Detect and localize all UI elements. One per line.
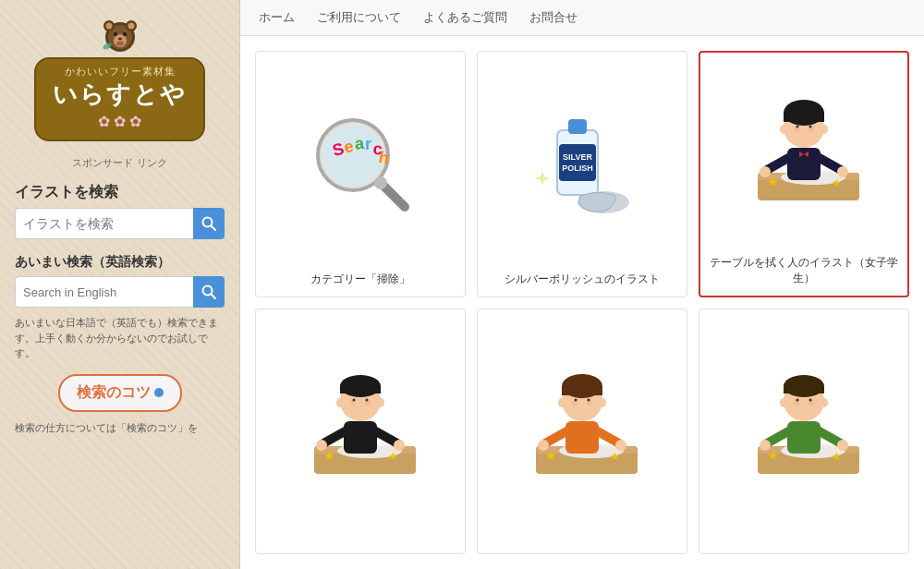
svg-rect-63 — [340, 386, 381, 393]
sponsor-text: スポンサード リンク — [72, 156, 166, 170]
svg-point-47 — [796, 126, 799, 128]
svg-text:★: ★ — [323, 448, 335, 463]
svg-rect-35 — [787, 148, 821, 180]
green-person-illustration: ★ ★ — [739, 368, 869, 488]
svg-line-13 — [212, 226, 216, 231]
svg-text:★: ★ — [767, 448, 779, 463]
nav-contact[interactable]: お問合せ — [529, 9, 578, 26]
svg-point-90 — [599, 398, 606, 407]
svg-point-10 — [118, 38, 122, 40]
main-content: ホーム ご利用について よくあるご質問 お問合せ S e a r c — [240, 0, 924, 569]
search-tips-text: 検索の仕方については「検索のコツ」を — [15, 421, 198, 435]
svg-point-86 — [588, 398, 590, 401]
svg-rect-44 — [784, 113, 824, 122]
svg-point-9 — [128, 23, 134, 30]
bear-icon — [98, 11, 142, 55]
card-image-boy: ★ ★ — [265, 319, 456, 538]
card-search-category[interactable]: S e a r c h カテゴリー「掃除」 — [255, 51, 466, 297]
logo-text-box: かわいいフリー素材集 いらすとや ✿ ✿ ✿ — [34, 57, 205, 141]
svg-line-15 — [212, 295, 216, 299]
svg-point-52 — [821, 125, 828, 134]
tips-label: 検索のコツ — [77, 383, 151, 403]
card-image-girl: ★ ★ — [710, 62, 898, 248]
svg-rect-27 — [568, 119, 587, 134]
svg-line-38 — [767, 157, 790, 170]
svg-text:★: ★ — [832, 450, 842, 463]
top-nav: ホーム ご利用について よくあるご質問 お問合せ — [240, 0, 924, 36]
card-image-green: ★ ★ — [709, 319, 899, 538]
svg-point-4 — [114, 32, 117, 36]
tips-button[interactable]: 検索のコツ — [58, 374, 182, 412]
svg-rect-82 — [562, 386, 602, 395]
svg-line-76 — [545, 430, 568, 443]
svg-point-48 — [809, 126, 812, 128]
svg-rect-56 — [344, 421, 377, 454]
illustration-grid: S e a r c h カテゴリー「掃除」 — [240, 36, 924, 569]
card-boy[interactable]: ★ ★ — [255, 309, 466, 555]
card-image-bottle: SILVER POLISH — [487, 61, 677, 264]
svg-text:SILVER: SILVER — [563, 152, 592, 162]
card-silver-polish[interactable]: SILVER POLISH シルバーポリッシュのイラスト — [477, 51, 687, 297]
svg-rect-75 — [565, 421, 599, 454]
svg-point-67 — [366, 398, 369, 401]
svg-point-5 — [123, 32, 127, 36]
search-icon-en — [201, 284, 216, 299]
logo-kawaii: かわいいフリー素材集 — [53, 65, 187, 79]
card-person-green[interactable]: ★ ★ — [699, 309, 909, 555]
svg-point-108 — [780, 398, 787, 407]
nav-home[interactable]: ホーム — [259, 9, 295, 26]
svg-line-58 — [374, 430, 397, 443]
card-label-1: シルバーポリッシュのイラスト — [505, 272, 660, 287]
card-label-2: テーブルを拭く人のイラスト（女子学生） — [710, 255, 898, 286]
fuzzy-desc: あいまいな日本語で（英語でも）検索できます。上手く動くか分からないのでお試しです… — [15, 315, 225, 361]
nav-about[interactable]: ご利用について — [317, 9, 401, 26]
svg-text:r: r — [365, 135, 371, 153]
woman-illustration: ★ ★ — [517, 368, 647, 488]
svg-line-96 — [818, 430, 841, 443]
girl-illustration: ★ ★ — [739, 94, 869, 214]
svg-line-95 — [767, 430, 790, 443]
logo-main: いらすとや — [53, 79, 187, 111]
svg-rect-94 — [787, 421, 821, 454]
svg-point-89 — [558, 398, 565, 407]
english-search-bar — [15, 276, 225, 308]
logo-flowers: ✿ ✿ ✿ — [53, 113, 187, 130]
main-search-button[interactable] — [193, 208, 225, 239]
svg-text:★: ★ — [832, 176, 842, 189]
card-image-magnifier: S e a r c h — [265, 61, 456, 264]
tips-dot — [154, 388, 164, 397]
main-search-bar — [15, 208, 225, 239]
svg-point-66 — [353, 398, 356, 401]
svg-point-85 — [575, 398, 578, 401]
english-search-button[interactable] — [193, 276, 225, 308]
svg-point-70 — [336, 398, 344, 407]
magnifier-illustration: S e a r c h — [305, 107, 416, 218]
svg-text:★: ★ — [610, 450, 620, 463]
svg-point-7 — [105, 23, 112, 30]
english-search-input[interactable] — [15, 276, 193, 308]
svg-point-51 — [780, 125, 787, 134]
card-image-woman: ★ ★ — [487, 319, 677, 538]
boy-illustration: ★ ★ — [296, 368, 425, 488]
svg-point-109 — [821, 398, 828, 407]
main-search-input[interactable] — [15, 208, 193, 239]
svg-text:★: ★ — [388, 450, 398, 463]
sidebar: かわいいフリー素材集 いらすとや ✿ ✿ ✿ スポンサード リンク イラストを検… — [0, 0, 240, 569]
svg-point-3 — [116, 42, 124, 46]
card-woman-orange[interactable]: ★ ★ — [477, 309, 687, 555]
svg-point-104 — [796, 398, 799, 401]
svg-point-25 — [374, 176, 387, 189]
svg-point-105 — [809, 398, 812, 401]
svg-text:★: ★ — [545, 448, 557, 463]
fuzzy-search-title: あいまい検索（英語検索） — [15, 254, 170, 271]
svg-line-77 — [596, 430, 619, 443]
search-icon — [201, 216, 216, 231]
nav-faq[interactable]: よくあるご質問 — [423, 9, 507, 26]
card-label-0: カテゴリー「掃除」 — [310, 272, 410, 287]
svg-text:POLISH: POLISH — [562, 163, 593, 173]
svg-rect-101 — [784, 386, 824, 393]
logo-container: かわいいフリー素材集 いらすとや ✿ ✿ ✿ — [34, 11, 205, 141]
search-section-title: イラストを検索 — [15, 183, 118, 202]
svg-point-71 — [377, 398, 384, 407]
card-girl-student[interactable]: ★ ★ テーブルを拭く人のイラスト（女子学生） — [699, 51, 909, 297]
